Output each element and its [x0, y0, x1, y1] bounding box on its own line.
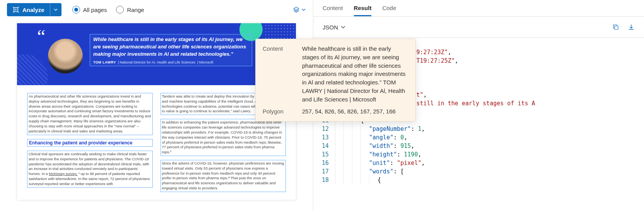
tabs: Content Result Code: [313, 0, 644, 17]
tooltip-content-value: While healthcare is still in the early s…: [302, 45, 408, 103]
analyze-icon: [12, 6, 19, 13]
document-page: “ While healthcare is still in the early…: [17, 23, 296, 200]
document-body: As pharmaceutical and other life science…: [17, 85, 296, 200]
radio-range[interactable]: Range: [116, 6, 144, 14]
tab-code[interactable]: Code: [382, 5, 396, 16]
svg-rect-1: [615, 26, 618, 29]
analyze-button[interactable]: Analyze: [7, 3, 61, 16]
attr-org: Microsoft: [199, 60, 214, 64]
quote-attribution: TOM LAWRY | National Director for AI, He…: [93, 60, 249, 64]
tooltip-polygon-value: 257, 54, 826, 56, 826, 167, 257, 166: [302, 107, 408, 116]
svg-rect-0: [14, 8, 18, 12]
json-label: JSON: [323, 24, 338, 31]
link-text: McKinsey survey,: [49, 172, 77, 176]
analyze-label: Analyze: [22, 7, 44, 13]
heading-region[interactable]: Enhancing the patient and provider exper…: [27, 139, 153, 147]
radio-label: Range: [127, 7, 144, 13]
quote-mark-icon: “: [37, 33, 45, 40]
layers-dropdown[interactable]: [293, 6, 306, 13]
left-column: As pharmaceutical and other life science…: [27, 93, 153, 192]
chevron-down-icon: [340, 24, 346, 30]
text-region[interactable]: Clinical trial sponsors are continually …: [27, 151, 153, 188]
quote-region[interactable]: While healthcare is still in the early s…: [90, 34, 252, 66]
decorative-lines: [17, 54, 48, 85]
radio-label: All pages: [83, 7, 107, 13]
radio-all-pages[interactable]: All pages: [72, 6, 107, 14]
tooltip-polygon-label: Polygon: [263, 107, 295, 116]
quote-text: While healthcare is still in the early s…: [93, 36, 249, 58]
tab-result[interactable]: Result: [354, 5, 372, 16]
hover-tooltip: Content While healthcare is still in the…: [255, 39, 416, 122]
chevron-down-icon: [301, 7, 306, 12]
tab-content[interactable]: Content: [323, 5, 343, 16]
avatar: [48, 39, 83, 74]
layers-icon: [293, 6, 300, 13]
banner: “ While healthcare is still in the early…: [17, 23, 296, 85]
page-scope-radio-group: All pages Range: [72, 6, 144, 14]
result-actions: [612, 24, 635, 31]
toolbar: Analyze All pages Range: [0, 0, 313, 19]
text-region[interactable]: Since the advent of COVID-19, however, p…: [161, 160, 286, 192]
attr-title: National Director for AI, Health and Lif…: [120, 60, 195, 64]
result-header: JSON: [313, 17, 644, 38]
json-dropdown[interactable]: JSON: [323, 24, 346, 31]
text-region[interactable]: In addition to enhancing the patient exp…: [161, 119, 286, 156]
text-region[interactable]: As pharmaceutical and other life science…: [27, 93, 153, 135]
attr-name: TOM LAWRY: [93, 60, 116, 64]
tooltip-content-label: Content: [263, 45, 295, 103]
download-button[interactable]: [628, 24, 635, 31]
radio-icon: [72, 6, 80, 14]
radio-icon: [116, 6, 124, 14]
analyze-dropdown[interactable]: [50, 3, 61, 16]
copy-button[interactable]: [612, 24, 619, 31]
